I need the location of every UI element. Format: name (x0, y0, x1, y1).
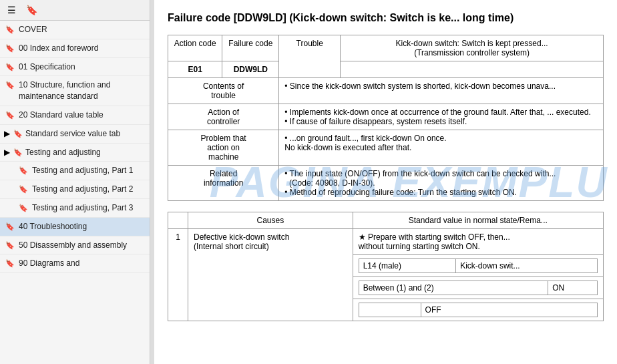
sidebar-item-label: 20 Standard value table (19, 110, 104, 121)
cause-standard-on: Between (1) and (2) ON (353, 277, 603, 299)
sidebar-item-testing-adj[interactable]: ▶ 🔖 Testing and adjusting (0, 144, 150, 162)
causes-table: Causes Standard value in normal state/Re… (168, 212, 604, 321)
main-content: PAGINA EXEMPLU Failure code [DDW9LD] (Ki… (154, 0, 617, 364)
sidebar-item-testing-1[interactable]: 🔖 Testing and adjusting, Part 1 (0, 162, 150, 180)
sidebar-item-label: 10 Structure, function and maintenance s… (19, 79, 144, 102)
row-label-problem: Problem thataction onmachine (168, 130, 279, 166)
row-label-action: Action ofcontroller (168, 104, 279, 130)
trouble-desc-cell (341, 61, 604, 78)
bookmark-icon: 🔖 (19, 184, 28, 194)
bookmark-icon: 🔖 (5, 240, 15, 250)
col-header-action-code: Action code (168, 35, 222, 61)
bookmark-icon: 🔖 (5, 25, 15, 35)
row-content-problem: • ...on ground fault..., first kick-down… (279, 130, 604, 166)
sidebar-item-testing-2[interactable]: 🔖 Testing and adjusting, Part 2 (0, 180, 150, 199)
cause-num: 1 (168, 229, 188, 321)
cause-desc: Defective kick-down switch(Internal shor… (188, 229, 353, 321)
sidebar-item-90-diagrams[interactable]: 🔖 90 Diagrams and (0, 254, 150, 273)
sidebar-bookmark-icon[interactable]: 🔖 (24, 3, 39, 17)
row-content-contents: • Since the kick-down switch system is s… (279, 78, 604, 104)
bookmark-icon: 🔖 (19, 203, 28, 213)
sidebar-item-00-index[interactable]: 🔖 00 Index and foreword (0, 39, 150, 58)
action-code-value: E01 (168, 61, 222, 78)
table-row: Contents oftrouble • Since the kick-down… (168, 78, 604, 104)
sidebar-item-label: Standard service value tab (25, 128, 120, 140)
bookmark-icon: 🔖 (5, 80, 15, 90)
table-row: Problem thataction onmachine • ...on gro… (168, 130, 604, 166)
sidebar-item-10-structure[interactable]: 🔖 10 Structure, function and maintenance… (0, 76, 150, 106)
sidebar-item-label: Testing and adjusting (25, 147, 101, 158)
table-row: Relatedinformation • The input state (ON… (168, 166, 604, 201)
bookmark-icon: 🔖 (5, 258, 15, 268)
sidebar: ☰ 🔖 🔖 COVER 🔖 00 Index and foreword 🔖 01… (0, 0, 150, 364)
failure-code-value: DDW9LD (222, 61, 279, 78)
sidebar-item-label: Testing and adjusting, Part 2 (32, 184, 133, 195)
sidebar-toolbar: ☰ 🔖 (0, 0, 150, 21)
sidebar-item-label: COVER (19, 24, 47, 35)
sidebar-menu-icon[interactable]: ☰ (4, 3, 19, 17)
sidebar-item-label: 01 Specification (19, 61, 75, 73)
sidebar-item-label: 00 Index and foreword (19, 43, 98, 54)
sidebar-item-cover[interactable]: 🔖 COVER (0, 21, 150, 39)
sidebar-item-label: Testing and adjusting, Part 3 (32, 202, 133, 214)
bookmark-icon: 🔖 (19, 166, 28, 176)
bookmark-icon: 🔖 (5, 110, 15, 120)
bookmark-icon: 🔖 (13, 148, 23, 158)
sidebar-item-label: 50 Disassembly and assembly (19, 240, 127, 251)
expand-icon: ▶ (3, 128, 11, 140)
col-header-failure-code: Failure code (222, 35, 279, 61)
sidebar-item-label: 90 Diagrams and (19, 258, 79, 269)
cause-standard-off: OFF (353, 299, 603, 321)
col-header-trouble-desc: Kick-down switch: Switch is kept pressed… (341, 35, 604, 61)
sidebar-item-label: 40 Troubleshooting (19, 221, 87, 232)
col-header-num (168, 212, 188, 229)
sidebar-item-01-spec[interactable]: 🔖 01 Specification (0, 58, 150, 77)
col-header-causes: Causes (188, 212, 353, 229)
sidebar-item-label: Testing and adjusting, Part 1 (32, 165, 133, 176)
cause-standard-connector: L14 (male) Kick-down swit... (353, 255, 603, 277)
bookmark-icon: 🔖 (5, 222, 15, 232)
bookmark-icon: 🔖 (13, 129, 23, 139)
sidebar-item-testing-3[interactable]: 🔖 Testing and adjusting, Part 3 (0, 199, 150, 218)
row-label-contents: Contents oftrouble (168, 78, 279, 104)
bookmark-icon: 🔖 (5, 62, 15, 72)
expand-icon: ▶ (3, 147, 11, 158)
col-header-standard: Standard value in normal state/Rema... (353, 212, 603, 229)
table-row: Action ofcontroller • Implements kick-do… (168, 104, 604, 130)
sidebar-item-40-trouble[interactable]: 🔖 40 Troubleshooting (0, 218, 150, 236)
page-title: Failure code [DDW9LD] (Kick-down switch:… (168, 11, 604, 25)
table-row: 1 Defective kick-down switch(Internal sh… (168, 229, 604, 255)
trouble-cell: Trouble (279, 35, 341, 78)
bookmark-icon: 🔖 (5, 43, 15, 53)
sidebar-item-50-disassembly[interactable]: 🔖 50 Disassembly and assembly (0, 236, 150, 255)
sidebar-item-standard-service[interactable]: ▶ 🔖 Standard service value tab (0, 125, 150, 144)
row-label-related: Relatedinformation (168, 166, 279, 201)
info-table: Action code Failure code Trouble Kick-do… (168, 35, 604, 201)
row-content-related: • The input state (ON/OFF) from the kick… (279, 166, 604, 201)
row-content-action: • Implements kick-down once at occurrenc… (279, 104, 604, 130)
sidebar-item-20-standard[interactable]: 🔖 20 Standard value table (0, 106, 150, 125)
cause-standard-prep: ★ Prepare with starting switch OFF, then… (353, 229, 603, 255)
